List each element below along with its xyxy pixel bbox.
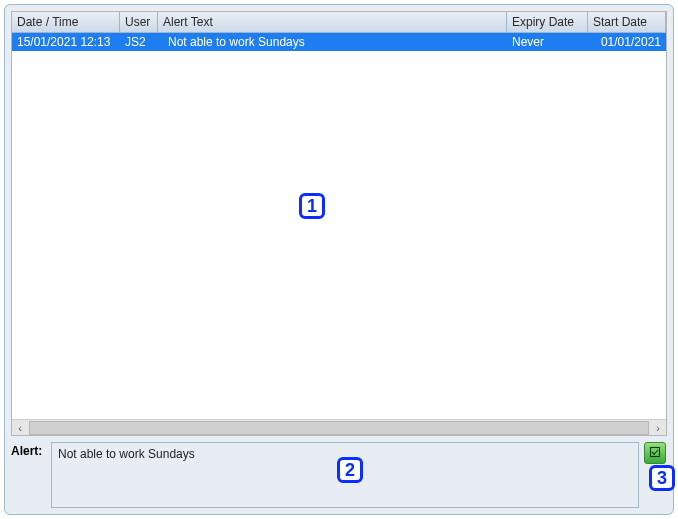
alerts-table: Date / Time User Alert Text Expiry Date … xyxy=(11,11,667,436)
cell-startdate: 01/01/2021 xyxy=(588,33,666,51)
col-header-expiry[interactable]: Expiry Date xyxy=(507,12,588,33)
cell-alerttext: Not able to work Sundays xyxy=(158,33,507,51)
scroll-right-icon[interactable]: › xyxy=(650,421,666,435)
alert-detail-row: Alert: Not able to work Sundays xyxy=(11,442,667,508)
alert-label: Alert: xyxy=(11,442,51,458)
scroll-left-icon[interactable]: ‹ xyxy=(12,421,28,435)
cell-user: JS2 xyxy=(120,33,158,51)
col-header-alerttext[interactable]: Alert Text xyxy=(158,12,507,33)
table-header-row: Date / Time User Alert Text Expiry Date … xyxy=(12,12,666,33)
table-body: 15/01/2021 12:13 JS2 Not able to work Su… xyxy=(12,33,666,419)
horizontal-scrollbar[interactable]: ‹ › xyxy=(12,419,666,435)
edit-icon xyxy=(649,446,661,461)
col-header-startdate[interactable]: Start Date xyxy=(588,12,666,33)
table-row[interactable]: 15/01/2021 12:13 JS2 Not able to work Su… xyxy=(12,33,666,51)
col-header-user[interactable]: User xyxy=(120,12,158,33)
svg-rect-0 xyxy=(651,447,660,456)
cell-datetime: 15/01/2021 12:13 xyxy=(12,33,120,51)
edit-alert-button[interactable] xyxy=(644,442,666,464)
alert-button-column xyxy=(639,442,667,464)
alert-text-input[interactable]: Not able to work Sundays xyxy=(51,442,639,508)
cell-expiry: Never xyxy=(507,33,588,51)
alerts-panel: Date / Time User Alert Text Expiry Date … xyxy=(4,4,674,515)
col-header-datetime[interactable]: Date / Time xyxy=(12,12,120,33)
scroll-thumb[interactable] xyxy=(29,421,649,435)
